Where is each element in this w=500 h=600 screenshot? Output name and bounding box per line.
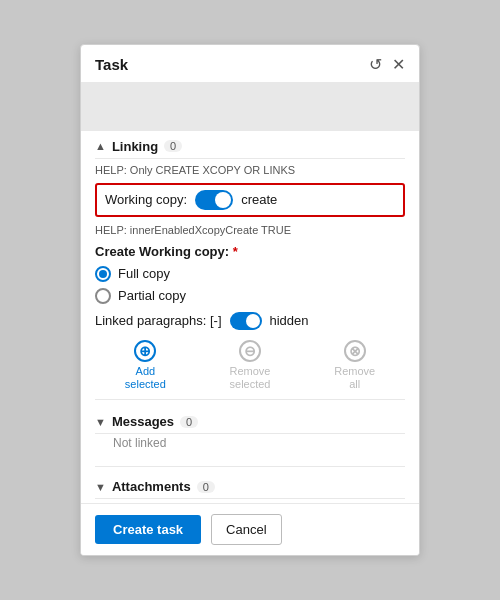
help-text-xcopy: HELP: Only CREATE XCOPY OR LINKS [95, 159, 405, 179]
messages-section: ▼ Messages 0 Not linked [95, 400, 405, 460]
header-icons: ↺ ✕ [369, 55, 405, 74]
remove-selected-icon: ⊖ [239, 340, 261, 362]
dialog-title: Task [95, 56, 128, 73]
linking-section-count: 0 [164, 140, 182, 152]
attachments-section: ▼ Attachments 0 [95, 467, 405, 503]
linking-section-title: Linking [112, 139, 158, 154]
full-copy-radio-row[interactable]: Full copy [95, 263, 405, 285]
full-copy-label: Full copy [118, 266, 170, 281]
linking-chevron-up-icon[interactable]: ▲ [95, 140, 106, 152]
help-text-xcopy-create: HELP: innerEnabledXcopyCreate TRUE [95, 221, 405, 239]
linked-hidden-label: hidden [270, 313, 309, 328]
working-copy-toggle[interactable] [195, 190, 233, 210]
linking-section-header: ▲ Linking 0 [95, 131, 405, 159]
history-icon[interactable]: ↺ [369, 55, 382, 74]
partial-copy-radio[interactable] [95, 288, 111, 304]
required-marker: * [233, 244, 238, 259]
attachments-section-count: 0 [197, 481, 215, 493]
working-copy-create-label: create [241, 192, 277, 207]
create-task-button[interactable]: Create task [95, 515, 201, 544]
messages-section-count: 0 [180, 416, 198, 428]
remove-all-label: Removeall [334, 365, 375, 391]
attachments-section-title: Attachments [112, 479, 191, 494]
partial-copy-radio-row[interactable]: Partial copy [95, 285, 405, 307]
remove-selected-label: Removeselected [230, 365, 271, 391]
working-copy-row: Working copy: create [95, 183, 405, 217]
dialog-footer: Create task Cancel [81, 503, 419, 555]
attachments-chevron-down-icon[interactable]: ▼ [95, 481, 106, 493]
add-selected-button[interactable]: ⊕ Addselected [95, 340, 196, 391]
messages-chevron-down-icon[interactable]: ▼ [95, 416, 106, 428]
task-dialog: Task ↺ ✕ ▲ Linking 0 HELP: Only CREATE X… [80, 44, 420, 556]
not-linked-text: Not linked [95, 434, 405, 456]
dialog-header: Task ↺ ✕ [81, 45, 419, 83]
linked-paragraphs-toggle[interactable] [230, 312, 262, 330]
messages-section-title: Messages [112, 414, 174, 429]
remove-all-button[interactable]: ⊗ Removeall [304, 340, 405, 391]
dialog-body: ▲ Linking 0 HELP: Only CREATE XCOPY OR L… [81, 131, 419, 503]
remove-all-icon: ⊗ [344, 340, 366, 362]
linked-paragraphs-row: Linked paragraphs: [-] hidden [95, 307, 405, 334]
action-buttons-row: ⊕ Addselected ⊖ Removeselected ⊗ Removea… [95, 334, 405, 393]
messages-section-header: ▼ Messages 0 [95, 406, 405, 434]
placeholder-box [81, 83, 419, 131]
add-selected-icon: ⊕ [134, 340, 156, 362]
create-working-copy-label: Create Working copy: * [95, 239, 405, 263]
working-copy-label: Working copy: [105, 192, 187, 207]
partial-copy-label: Partial copy [118, 288, 186, 303]
add-selected-label: Addselected [125, 365, 166, 391]
cancel-button[interactable]: Cancel [211, 514, 281, 545]
linked-paragraphs-label: Linked paragraphs: [-] [95, 313, 222, 328]
attachments-section-header: ▼ Attachments 0 [95, 471, 405, 499]
remove-selected-button[interactable]: ⊖ Removeselected [200, 340, 301, 391]
full-copy-radio[interactable] [95, 266, 111, 282]
close-icon[interactable]: ✕ [392, 55, 405, 74]
